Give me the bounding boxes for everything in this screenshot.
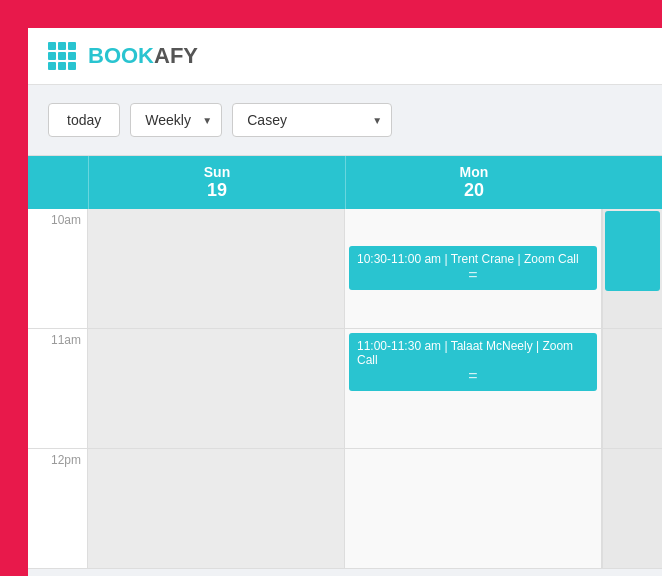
monday-number: 20 [350,180,598,201]
calendar-body: 10am 10:30-11:00 am | Trent Crane | Zoom… [28,209,662,574]
calendar-header: Sun 19 Mon 20 [28,156,662,209]
monday-11am-cell[interactable]: 11:00-11:30 am | Talaat McNeely | Zoom C… [345,329,602,448]
sunday-11am-cell [88,329,345,448]
event-trent-label: 10:30-11:00 am | Trent Crane | Zoom Call [357,252,589,266]
time-row-10am: 10am 10:30-11:00 am | Trent Crane | Zoom… [28,209,662,329]
event-talaat-label: 11:00-11:30 am | Talaat McNeely | Zoom C… [357,339,589,367]
sunday-label: Sun [93,164,341,180]
event-trent-more: = [357,266,589,284]
extra-12pm-cell [602,449,662,568]
view-select[interactable]: Weekly [130,103,222,137]
time-row-12pm: 12pm [28,449,662,569]
monday-label: Mon [350,164,598,180]
time-label-10am: 10am [28,209,88,328]
view-select-wrapper: Weekly ▼ [130,103,222,137]
extra-10am-cell [602,209,662,328]
monday-10am-cell[interactable]: 10:30-11:00 am | Trent Crane | Zoom Call… [345,209,602,328]
app-logo-text: BOOKAFY [88,43,198,69]
main-container: BOOKAFY today Weekly ▼ Casey ▼ Sun 19 [28,28,662,576]
event-talaat-mcneely[interactable]: 11:00-11:30 am | Talaat McNeely | Zoom C… [349,333,597,391]
toolbar: today Weekly ▼ Casey ▼ [28,85,662,156]
extra-event-indicator [605,211,660,291]
logo-grid-icon [48,42,76,70]
event-trent-crane[interactable]: 10:30-11:00 am | Trent Crane | Zoom Call… [349,246,597,290]
monday-header: Mon 20 [345,156,602,209]
today-button[interactable]: today [48,103,120,137]
sunday-10am-cell [88,209,345,328]
sunday-number: 19 [93,180,341,201]
time-label-12pm: 12pm [28,449,88,568]
app-header: BOOKAFY [28,28,662,85]
time-gutter-header [28,156,88,209]
extra-header [602,156,662,209]
staff-select-wrapper: Casey ▼ [232,103,392,137]
time-label-11am: 11am [28,329,88,448]
calendar-area: Sun 19 Mon 20 10am 10:30-11:00 am | Tren… [28,156,662,574]
monday-12pm-cell [345,449,602,568]
event-talaat-more: = [357,367,589,385]
staff-select[interactable]: Casey [232,103,392,137]
sunday-12pm-cell [88,449,345,568]
extra-11am-cell [602,329,662,448]
sunday-header: Sun 19 [88,156,345,209]
time-row-11am: 11am 11:00-11:30 am | Talaat McNeely | Z… [28,329,662,449]
